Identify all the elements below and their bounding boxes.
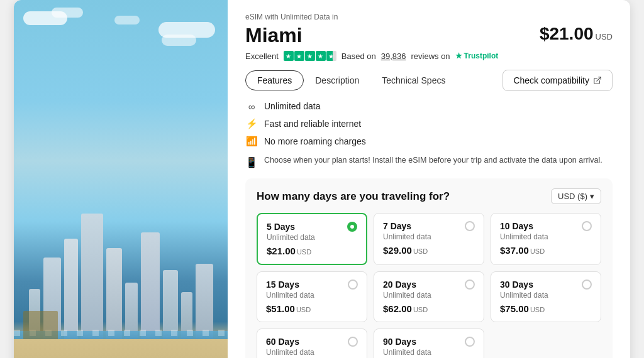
check-compatibility-button[interactable]: Check compatibility bbox=[502, 70, 613, 91]
plan-radio-30days bbox=[582, 279, 592, 290]
plan-card-10days[interactable]: 10 Days Unlimited data $37.00USD bbox=[491, 213, 601, 265]
feature-unlimited-data-label: Unlimited data bbox=[264, 101, 321, 111]
install-note: 📱 Choose when your plan starts! Install … bbox=[245, 155, 613, 170]
plan-radio-15days bbox=[348, 279, 358, 290]
plan-card-7days[interactable]: 7 Days Unlimited data $29.00USD bbox=[374, 213, 484, 265]
product-card: eSIM with Unlimited Data in Miami $21.00… bbox=[14, 0, 630, 358]
star-4 bbox=[316, 51, 326, 61]
currency-label: USD ($) bbox=[558, 192, 587, 201]
plan-currency-20days: USD bbox=[413, 306, 428, 313]
currency-selector[interactable]: USD ($) ▾ bbox=[551, 188, 601, 204]
building-tall bbox=[81, 214, 103, 339]
star-1 bbox=[284, 51, 294, 61]
plan-data-30days: Unlimited data bbox=[500, 291, 592, 300]
plans-grid: 5 Days Unlimited data $21.00USD 7 Days U… bbox=[257, 213, 601, 358]
plan-currency-10days: USD bbox=[530, 247, 545, 255]
rating-label: Excellent bbox=[245, 52, 279, 61]
tabs: Features Description Technical Specs bbox=[245, 70, 457, 90]
trustpilot-logo: ★ Trustpilot bbox=[455, 52, 499, 60]
star-2 bbox=[294, 51, 304, 61]
plan-price-7days: $29.00USD bbox=[383, 245, 475, 256]
plan-radio-60days bbox=[348, 337, 358, 347]
plan-days-60days: 60 Days bbox=[266, 337, 299, 347]
city-image-section bbox=[14, 0, 228, 358]
feature-no-roaming: 📶 No more roaming charges bbox=[245, 135, 613, 148]
plan-days-10days: 10 Days bbox=[500, 221, 533, 231]
star-3 bbox=[305, 51, 315, 61]
trustpilot-name: Trustpilot bbox=[464, 52, 499, 60]
plan-card-15days[interactable]: 15 Days Unlimited data $51.00USD bbox=[257, 271, 367, 322]
tab-technical-specs[interactable]: Technical Specs bbox=[370, 70, 457, 90]
plan-currency-15days: USD bbox=[296, 306, 311, 313]
check-compat-label: Check compatibility bbox=[513, 75, 589, 85]
plan-data-5days: Unlimited data bbox=[267, 233, 357, 242]
building-6 bbox=[141, 232, 160, 339]
plan-header-20days: 20 Days bbox=[383, 279, 475, 290]
cloud-5 bbox=[114, 16, 140, 24]
plan-data-15days: Unlimited data bbox=[266, 291, 358, 300]
pier bbox=[23, 311, 58, 342]
city-title: Miami bbox=[245, 24, 303, 47]
feature-unlimited-data: ∞ Unlimited data bbox=[245, 100, 613, 112]
plan-header-60days: 60 Days bbox=[266, 337, 358, 347]
plan-data-90days: Unlimited data bbox=[383, 348, 475, 357]
days-section: How many days are you traveling for? USD… bbox=[245, 178, 613, 358]
price: $21.00 bbox=[540, 24, 594, 43]
plan-card-20days[interactable]: 20 Days Unlimited data $62.00USD bbox=[374, 271, 484, 322]
phone-icon: 📱 bbox=[245, 156, 258, 170]
plan-header-90days: 90 Days bbox=[383, 337, 475, 347]
plan-radio-20days bbox=[465, 279, 475, 290]
plan-card-90days[interactable]: 90 Days Unlimited data $139.00USD bbox=[374, 328, 484, 358]
price-currency: USD bbox=[596, 32, 613, 41]
external-link-icon bbox=[593, 76, 602, 85]
feature-fast-internet-label: Fast and reliable internet bbox=[264, 119, 361, 129]
plan-currency-30days: USD bbox=[530, 306, 545, 313]
days-question: How many days are you traveling for? bbox=[257, 190, 450, 203]
plan-header-5days: 5 Days bbox=[267, 222, 357, 232]
feature-fast-internet: ⚡ Fast and reliable internet bbox=[245, 117, 613, 130]
cloud-4 bbox=[162, 35, 196, 46]
plan-card-60days[interactable]: 60 Days Unlimited data $107.00USD bbox=[257, 328, 367, 358]
plan-data-10days: Unlimited data bbox=[500, 232, 592, 241]
plan-radio-90days bbox=[465, 337, 475, 347]
plan-days-7days: 7 Days bbox=[383, 221, 411, 231]
plan-price-10days: $37.00USD bbox=[500, 245, 592, 256]
install-note-text: Choose when your plan starts! Install th… bbox=[264, 155, 602, 166]
svg-line-0 bbox=[597, 77, 601, 81]
plan-header-30days: 30 Days bbox=[500, 279, 592, 290]
cloud-2 bbox=[52, 8, 83, 18]
plan-card-5days[interactable]: 5 Days Unlimited data $21.00USD bbox=[257, 213, 367, 265]
rating-based: Based on bbox=[341, 52, 376, 61]
stars bbox=[284, 51, 336, 61]
reviews-link[interactable]: 39,836 bbox=[381, 52, 406, 61]
price-block: $21.00USD bbox=[540, 24, 613, 44]
infinity-icon: ∞ bbox=[245, 100, 258, 112]
rating-reviews-on: reviews on bbox=[411, 52, 450, 61]
building-4 bbox=[106, 248, 122, 339]
plan-price-15days: $51.00USD bbox=[266, 303, 358, 314]
plan-header-7days: 7 Days bbox=[383, 221, 475, 231]
title-row: Miami $21.00USD bbox=[245, 24, 613, 47]
plan-header-10days: 10 Days bbox=[500, 221, 592, 231]
tab-description[interactable]: Description bbox=[304, 70, 370, 90]
city-image bbox=[14, 0, 228, 358]
tab-features[interactable]: Features bbox=[245, 70, 304, 90]
plan-price-5days: $21.00USD bbox=[267, 246, 357, 256]
plan-currency-7days: USD bbox=[413, 247, 428, 255]
currency-chevron: ▾ bbox=[590, 192, 594, 201]
plan-days-20days: 20 Days bbox=[383, 279, 416, 290]
plan-radio-10days bbox=[582, 221, 592, 231]
plan-currency-5days: USD bbox=[297, 248, 311, 256]
plan-days-90days: 90 Days bbox=[383, 337, 416, 347]
plan-price-30days: $75.00USD bbox=[500, 303, 592, 314]
star-5 bbox=[326, 51, 336, 61]
plan-header-15days: 15 Days bbox=[266, 279, 358, 290]
plan-data-60days: Unlimited data bbox=[266, 348, 358, 357]
plan-card-30days[interactable]: 30 Days Unlimited data $75.00USD bbox=[491, 271, 601, 322]
building-3 bbox=[64, 239, 78, 339]
rating-row: Excellent Based on 39,836 reviews on ★ T… bbox=[245, 51, 613, 61]
plan-days-30days: 30 Days bbox=[500, 279, 533, 290]
features-list: ∞ Unlimited data ⚡ Fast and reliable int… bbox=[245, 100, 613, 148]
plan-radio-5days bbox=[347, 222, 357, 232]
plan-days-5days: 5 Days bbox=[267, 222, 295, 232]
